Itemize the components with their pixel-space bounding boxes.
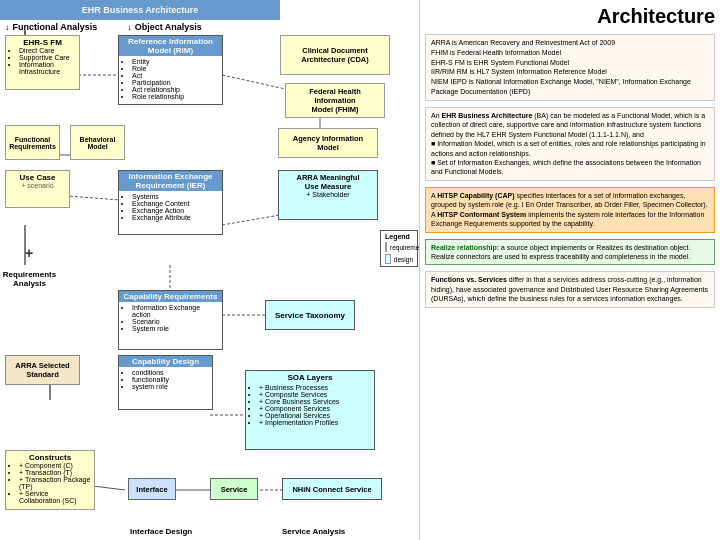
service-analysis-label: Service Analysis xyxy=(282,527,345,536)
arra-sub: + Stakeholder xyxy=(282,191,374,198)
notes-panel: Architecture ARRA is American Recovery a… xyxy=(420,0,720,540)
top-bar: EHR Business Architecture xyxy=(0,0,280,20)
diagram-panel: + EHR Business Architecture ↓ Functional… xyxy=(0,0,420,540)
agency-info-title: Agency Information Model xyxy=(282,134,374,152)
analysis-labels-row: ↓ Functional Analysis ↓ Object Analysis xyxy=(5,22,202,32)
page-title: Architecture xyxy=(425,5,715,28)
arra-standard-title: ARRA Selected Standard xyxy=(9,361,76,379)
rim-header: Reference Information Model (RIM) xyxy=(119,36,222,56)
ehr-s-fm-box: EHR-S FM Direct Care Supportive Care Inf… xyxy=(5,35,80,90)
constructs-title: Constructs xyxy=(9,453,91,462)
capability-design-header: Capability Design xyxy=(119,356,212,367)
service-title: Service xyxy=(221,485,248,494)
note-functions-services-text: Functions vs. Services differ in that a … xyxy=(431,275,709,303)
fhim-title: Federal Health InformationModel (FHIM) xyxy=(289,87,381,114)
svg-line-1 xyxy=(222,75,290,90)
note-hitsp-text: A HITSP Capability (CAP) specifies inter… xyxy=(431,191,709,229)
top-bar-label: EHR Business Architecture xyxy=(82,5,199,15)
service-taxonomy-title: Service Taxonomy xyxy=(275,311,345,320)
ehr-s-fm-list: Direct Care Supportive Care Information … xyxy=(9,47,76,75)
arra-standard-box: ARRA Selected Standard xyxy=(5,355,80,385)
cda-box: Clinical DocumentArchitecture (CDA) xyxy=(280,35,390,75)
capability-design-list: conditions functionality system role xyxy=(122,369,209,390)
arra-title: ARRA MeaningfulUse Measure xyxy=(282,173,374,191)
fhim-box: Federal Health InformationModel (FHIM) xyxy=(285,83,385,118)
service-box: Service xyxy=(210,478,258,500)
behavioral-model-box: Behavioral Model xyxy=(70,125,125,160)
soa-layers-title: SOA Layers xyxy=(249,373,371,382)
service-taxonomy-box: Service Taxonomy xyxy=(265,300,355,330)
ier-box: Information Exchange Requirement (IER) S… xyxy=(118,170,223,235)
note-realize-text: Realize relationship: a source object im… xyxy=(431,243,709,262)
interface-design-label: Interface Design xyxy=(130,527,192,536)
note-functions-services: Functions vs. Services differ in that a … xyxy=(425,271,715,307)
object-analysis-label: ↓ Object Analysis xyxy=(127,22,202,32)
nhin-connect-box: NHiN Connect Service xyxy=(282,478,382,500)
svg-line-6 xyxy=(222,215,280,225)
legend-req: requirements xyxy=(385,242,413,252)
functional-analysis-label: ↓ Functional Analysis xyxy=(5,22,97,32)
agency-info-box: Agency Information Model xyxy=(278,128,378,158)
down-arrow-icon2: ↓ xyxy=(127,22,132,32)
rim-list: Entity Role Act Participation Act relati… xyxy=(122,58,219,100)
note-ba-description: An EHR Business Architecture (BA) can be… xyxy=(425,107,715,181)
note-ba-text: An EHR Business Architecture (BA) can be… xyxy=(431,111,709,177)
functional-req-box: Functional Requirements xyxy=(5,125,60,160)
constructs-list: + Component (C) + Transaction (T) + Tran… xyxy=(9,462,91,504)
functional-req-title: Functional Requirements xyxy=(9,136,56,150)
soa-layers-list: + Business Processes + Composite Service… xyxy=(249,384,371,426)
capability-req-box: Capability Requirements Information Exch… xyxy=(118,290,223,350)
capability-design-box: Capability Design conditions functionali… xyxy=(118,355,213,410)
capability-req-list: Information Exchange action Scenario Sys… xyxy=(122,304,219,332)
svg-text:+: + xyxy=(25,245,33,261)
use-case-box: Use Case + scenario xyxy=(5,170,70,208)
legend-box: Legend requirements design xyxy=(380,230,418,267)
legend-design: design xyxy=(385,254,413,264)
ier-list: Systems Exchange Content Exchange Action… xyxy=(122,193,219,221)
ehr-s-fm-title: EHR-S FM xyxy=(9,38,76,47)
note-abbreviations-text: ARRA is American Recovery and Reinvestme… xyxy=(431,38,709,97)
behavioral-model-title: Behavioral Model xyxy=(74,136,121,150)
legend-title: Legend xyxy=(385,233,413,240)
use-case-sub: + scenario xyxy=(9,182,66,189)
ier-header: Information Exchange Requirement (IER) xyxy=(119,171,222,191)
interface-title: Interface xyxy=(136,485,167,494)
note-abbreviations: ARRA is American Recovery and Reinvestme… xyxy=(425,34,715,101)
note-hitsp: A HITSP Capability (CAP) specifies inter… xyxy=(425,187,715,233)
down-arrow-icon: ↓ xyxy=(5,22,10,32)
constructs-box: Constructs + Component (C) + Transaction… xyxy=(5,450,95,510)
cda-title: Clinical DocumentArchitecture (CDA) xyxy=(301,46,369,64)
arra-box: ARRA MeaningfulUse Measure + Stakeholder xyxy=(278,170,378,220)
interface-box: Interface xyxy=(128,478,176,500)
capability-req-header: Capability Requirements xyxy=(119,291,222,302)
rim-box: Reference Information Model (RIM) Entity… xyxy=(118,35,223,105)
use-case-title: Use Case xyxy=(9,173,66,182)
requirements-analysis-label: RequirementsAnalysis xyxy=(2,270,57,288)
nhin-connect-title: NHiN Connect Service xyxy=(292,485,371,494)
soa-layers-box: SOA Layers + Business Processes + Compos… xyxy=(245,370,375,450)
note-realize: Realize relationship: a source object im… xyxy=(425,239,715,266)
